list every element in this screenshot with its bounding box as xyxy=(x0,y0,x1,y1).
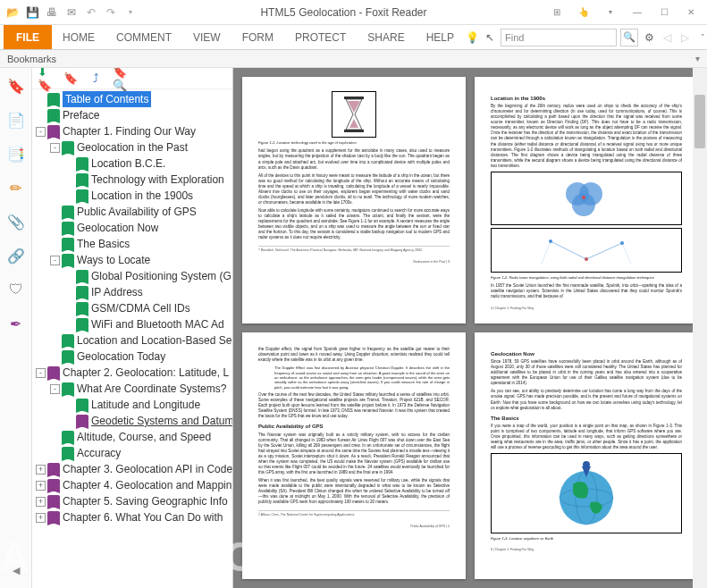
main-area: 🔖 📄 📑 ✏ 📎 🔗 🛡 ✒ ◀ ⬇🔖 🔖 ⤴ 🔖🔍 Table of Con… xyxy=(0,68,707,588)
tree-toggle-icon[interactable]: + xyxy=(36,497,46,507)
next-icon[interactable]: ▷ xyxy=(678,30,692,45)
bookmark-label: Geolocation Now xyxy=(77,220,158,236)
email-icon[interactable]: ✉ xyxy=(64,5,79,20)
bookmark-item[interactable]: Public Availability of GPS xyxy=(32,204,232,220)
tree-toggle-icon xyxy=(36,111,46,121)
minimize-icon[interactable]: — xyxy=(625,4,650,21)
qat-dropdown-icon[interactable]: ▾ xyxy=(123,5,138,20)
gear-icon[interactable]: ⚙ xyxy=(642,30,656,45)
save-icon[interactable]: 💾 xyxy=(25,5,39,20)
bookmark-label: Altitude, Course, and Speed xyxy=(77,429,211,445)
pointer-icon[interactable]: ↖ xyxy=(483,30,497,45)
bookmark-item[interactable]: +Chapter 4. Geolocation and Mapping xyxy=(32,477,232,493)
tab-form[interactable]: FORM xyxy=(231,25,284,49)
bookmark-item[interactable]: -Chapter 1. Finding Our Way xyxy=(32,123,232,139)
tree-toggle-icon[interactable]: - xyxy=(50,384,60,394)
layers-nav-icon[interactable]: 📑 xyxy=(5,143,27,164)
document-area[interactable]: Figure 1-1. Location technology used in … xyxy=(233,68,707,588)
close-icon[interactable]: ✕ xyxy=(678,4,703,21)
redo-icon[interactable]: ↷ xyxy=(104,5,118,20)
bookmark-item[interactable]: Location B.C.E. xyxy=(32,155,232,172)
hourglass-figure xyxy=(332,91,376,138)
tab-help[interactable]: HELP xyxy=(416,25,465,49)
bookmark-item[interactable]: GSM/CDMA Cell IDs xyxy=(32,300,232,316)
bookmark-item[interactable]: +Chapter 6. What You Can Do with xyxy=(32,509,232,525)
pdf-page: the Doppler effect, the signal from Sput… xyxy=(242,332,466,579)
bookmark-item[interactable]: Latitude and Longitude xyxy=(32,397,232,413)
links-nav-icon[interactable]: 🔗 xyxy=(5,245,27,266)
ribbon-options-icon[interactable]: ⊞ xyxy=(544,4,569,21)
tree-toggle-icon[interactable]: - xyxy=(36,368,46,378)
search-input[interactable]: Find xyxy=(501,29,617,46)
svg-line-12 xyxy=(622,243,631,264)
comments-nav-icon[interactable]: ✏ xyxy=(5,177,27,198)
bulb-icon[interactable]: 💡 xyxy=(465,30,479,45)
bookmark-search-icon[interactable]: 🔖🔍 xyxy=(113,71,129,87)
bookmark-item[interactable]: -Chapter 2. Geolocation: Latitude, L xyxy=(32,365,232,381)
pages-nav-icon[interactable]: 📄 xyxy=(5,109,27,130)
bookmark-item[interactable]: Geolocation Today xyxy=(32,349,232,365)
bookmark-item[interactable]: +Chapter 5. Saving Geographic Info xyxy=(32,493,232,509)
collapse-all-icon[interactable]: ⤴ xyxy=(88,71,104,87)
attachments-nav-icon[interactable]: 📎 xyxy=(5,211,27,232)
tab-view[interactable]: VIEW xyxy=(182,25,231,49)
tree-toggle-icon[interactable]: + xyxy=(36,481,46,491)
open-icon[interactable]: 📂 xyxy=(5,5,20,20)
bookmark-item[interactable]: Accuracy xyxy=(32,445,232,461)
touch-mode-icon[interactable]: 👆 xyxy=(571,4,596,21)
tree-toggle-icon[interactable]: + xyxy=(36,513,46,523)
bookmark-item[interactable]: Location and Location-Based Se xyxy=(32,332,232,349)
bookmark-item[interactable]: Global Positioning System (G xyxy=(32,268,232,284)
scrollbar-thumb[interactable] xyxy=(694,95,705,148)
bookmark-item[interactable]: -What Are Coordinate Systems? xyxy=(32,381,232,397)
bookmark-ribbon-icon xyxy=(47,109,60,122)
signatures-nav-icon[interactable]: ✒ xyxy=(5,313,27,334)
collapse-nav-icon[interactable]: ◀ xyxy=(5,559,27,581)
maximize-icon[interactable]: ☐ xyxy=(652,4,677,21)
tab-comment[interactable]: COMMENT xyxy=(105,25,182,49)
svg-line-11 xyxy=(542,241,551,264)
bookmark-label: Chapter 2. Geolocation: Latitude, L xyxy=(63,365,229,381)
bookmark-item[interactable]: Preface xyxy=(32,107,232,123)
bookmark-ribbon-icon xyxy=(47,125,60,138)
file-tab[interactable]: FILE xyxy=(4,25,52,49)
tree-toggle-icon xyxy=(50,207,60,217)
bookmark-item[interactable]: Location in the 1900s xyxy=(32,188,232,204)
tree-toggle-icon[interactable]: - xyxy=(50,143,60,153)
search-icon[interactable]: 🔍 xyxy=(620,29,638,46)
dropdown-icon[interactable]: ▾ xyxy=(598,4,623,21)
tab-home[interactable]: HOME xyxy=(52,25,105,49)
bookmark-item[interactable]: -Ways to Locate xyxy=(32,252,232,268)
bookmark-ribbon-icon xyxy=(76,173,88,186)
tree-toggle-icon xyxy=(64,191,74,201)
undo-icon[interactable]: ↶ xyxy=(84,5,98,20)
security-nav-icon[interactable]: 🛡 xyxy=(5,279,27,300)
tab-protect[interactable]: PROTECT xyxy=(284,25,357,49)
tab-share[interactable]: SHARE xyxy=(357,25,415,49)
bookmark-item[interactable]: +Chapter 3. Geolocation API in Code xyxy=(32,461,232,477)
bookmarks-menu-icon[interactable]: ▾ xyxy=(695,54,700,63)
collapse-ribbon-icon[interactable]: ˄ xyxy=(695,30,707,45)
window-controls: ⊞ 👆 ▾ — ☐ ✕ xyxy=(544,4,707,21)
bookmark-item[interactable]: -Geolocation in the Past xyxy=(32,139,232,155)
bookmark-item[interactable]: IP Address xyxy=(32,284,232,300)
expand-all-icon[interactable]: ⬇🔖 xyxy=(38,71,54,87)
bookmark-item[interactable]: Technology with Exploration xyxy=(32,172,232,188)
tree-toggle-icon xyxy=(50,336,60,346)
tree-toggle-icon[interactable]: + xyxy=(36,465,46,475)
new-bookmark-icon[interactable]: 🔖 xyxy=(63,71,79,87)
bookmarks-nav-icon[interactable]: 🔖 xyxy=(5,75,27,97)
bookmark-ribbon-icon xyxy=(62,222,74,234)
print-icon[interactable]: 🖶 xyxy=(45,5,59,20)
tree-toggle-icon[interactable]: - xyxy=(36,127,46,137)
prev-icon[interactable]: ◁ xyxy=(660,30,674,45)
document-scrollbar[interactable] xyxy=(693,68,707,588)
bookmark-item[interactable]: WiFi and Bluetooth MAC Ad xyxy=(32,316,232,332)
pdf-page: Geolocation Now Since 1978, 59 GPS satel… xyxy=(475,332,698,579)
bookmark-item[interactable]: The Basics xyxy=(32,236,232,252)
tree-toggle-icon[interactable]: - xyxy=(50,256,60,265)
bookmark-item[interactable]: Table of Contents xyxy=(32,91,232,107)
bookmark-item[interactable]: Altitude, Course, and Speed xyxy=(32,429,232,445)
bookmark-item[interactable]: Geolocation Now xyxy=(32,220,232,236)
bookmark-item[interactable]: Geodetic Systems and Datums xyxy=(32,413,232,429)
